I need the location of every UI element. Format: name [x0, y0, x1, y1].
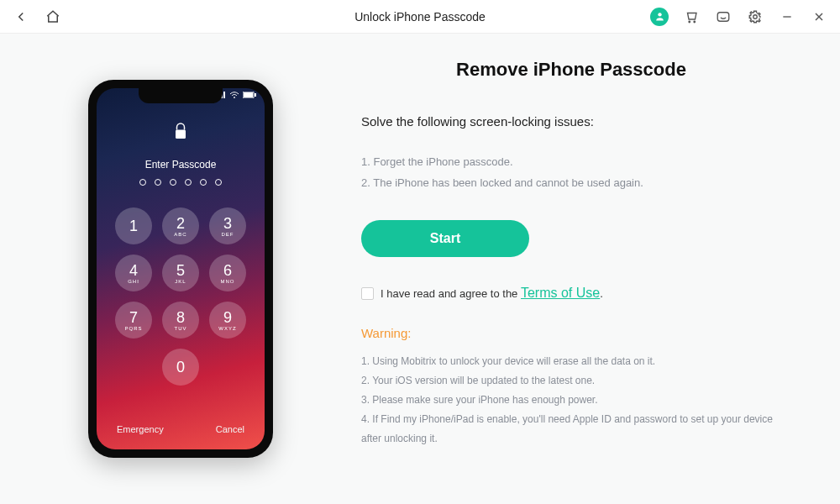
key-3: 3DEF	[209, 207, 246, 244]
info-pane: Remove iPhone Passcode Solve the followi…	[361, 34, 840, 504]
warning-list: 1. Using Mobitrix to unlock your device …	[361, 352, 781, 448]
start-button-label: Start	[430, 231, 460, 246]
agree-row: I have read and agree to the Terms of Us…	[361, 286, 781, 301]
passcode-dots	[139, 179, 222, 186]
key-1: 1	[115, 207, 152, 244]
warning-item: 1. Using Mobitrix to unlock your device …	[361, 352, 781, 371]
illustration-pane: Enter Passcode 1 2ABC 3DEF 4GHI 5JKL 6MN…	[0, 34, 361, 504]
lock-icon	[173, 122, 188, 144]
key-2: 2ABC	[162, 207, 199, 244]
key-7: 7PQRS	[115, 302, 152, 339]
back-icon[interactable]	[12, 8, 30, 26]
passcode-dot	[155, 179, 161, 186]
passcode-dot	[139, 179, 146, 186]
svg-point-0	[658, 13, 661, 16]
phone-mockup: Enter Passcode 1 2ABC 3DEF 4GHI 5JKL 6MN…	[88, 80, 273, 458]
titlebar: Unlock iPhone Passcode	[0, 0, 840, 34]
key-8: 8TUV	[162, 302, 199, 339]
svg-point-4	[753, 14, 758, 18]
agree-checkbox[interactable]	[361, 287, 374, 300]
page-title: Remove iPhone Passcode	[361, 59, 781, 81]
subheading: Solve the following screen-locking issue…	[361, 114, 781, 129]
phone-keypad: 1 2ABC 3DEF 4GHI 5JKL 6MNO 7PQRS 8TUV 9W…	[115, 207, 246, 386]
close-icon[interactable]	[810, 8, 828, 26]
svg-point-1	[689, 21, 690, 23]
battery-icon	[243, 92, 256, 98]
warning-item: 4. If Find my iPhone/iPad is enable, you…	[361, 410, 781, 449]
minimize-icon[interactable]	[778, 8, 796, 26]
issue-item: 1. Forget the iPhone passcode.	[361, 152, 781, 173]
gear-icon[interactable]	[746, 8, 764, 26]
key-4: 4GHI	[115, 255, 152, 291]
enter-passcode-label: Enter Passcode	[145, 159, 217, 171]
user-icon[interactable]	[650, 8, 669, 26]
key-0: 0	[162, 349, 199, 386]
svg-rect-16	[176, 130, 186, 139]
svg-rect-15	[255, 93, 256, 97]
wifi-icon	[229, 92, 239, 98]
issue-item: 2. The iPhone has been locked and cannot…	[361, 173, 781, 194]
key-9: 9WXYZ	[209, 302, 246, 339]
key-6: 6MNO	[209, 255, 246, 291]
passcode-dot	[185, 179, 192, 186]
window-title: Unlock iPhone Passcode	[354, 10, 486, 24]
phone-screen: Enter Passcode 1 2ABC 3DEF 4GHI 5JKL 6MN…	[97, 88, 265, 449]
svg-rect-14	[244, 92, 253, 97]
svg-rect-3	[717, 12, 729, 21]
warning-item: 2. Your iOS version will be updated to t…	[361, 371, 781, 391]
passcode-dot	[215, 179, 222, 186]
warning-label: Warning:	[361, 326, 781, 340]
terms-link[interactable]: Terms of Use	[521, 286, 600, 300]
issues-list: 1. Forget the iPhone passcode. 2. The iP…	[361, 152, 781, 193]
main-content: Enter Passcode 1 2ABC 3DEF 4GHI 5JKL 6MN…	[0, 34, 840, 504]
warning-item: 3. Please make sure your iPhone has enou…	[361, 391, 781, 410]
svg-rect-11	[223, 92, 225, 98]
phone-cancel: Cancel	[216, 424, 244, 434]
key-5: 5JKL	[162, 255, 199, 291]
svg-point-2	[694, 21, 696, 23]
cart-icon[interactable]	[682, 8, 701, 26]
phone-emergency: Emergency	[117, 424, 164, 434]
svg-point-12	[234, 97, 235, 98]
passcode-dot	[170, 179, 176, 186]
agree-prefix: I have read and agree to the	[381, 287, 521, 300]
agree-suffix: .	[600, 287, 603, 300]
home-icon[interactable]	[44, 8, 62, 26]
start-button[interactable]: Start	[361, 220, 529, 257]
feedback-icon[interactable]	[714, 8, 732, 26]
phone-notch	[139, 88, 223, 103]
passcode-dot	[200, 179, 207, 186]
